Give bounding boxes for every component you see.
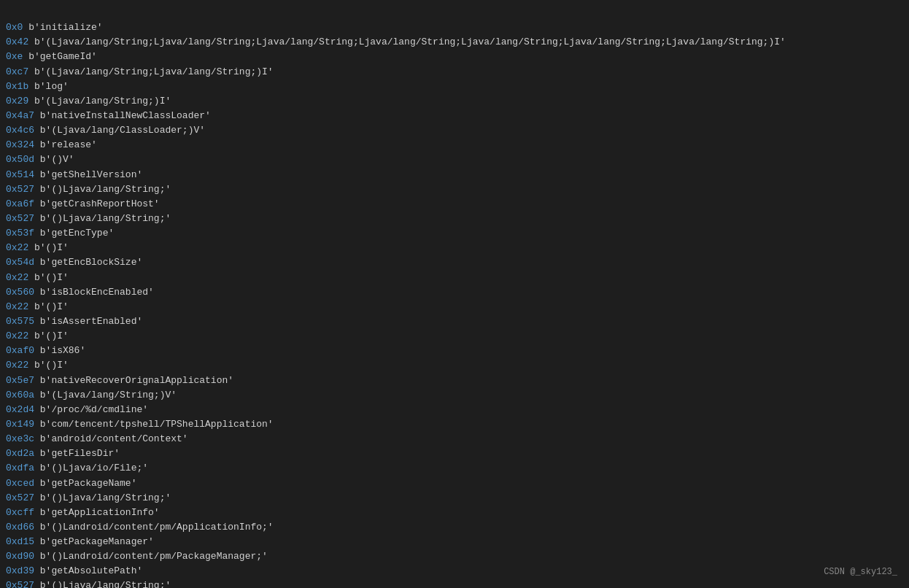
list-item: 0x22 b'()I' [6, 271, 897, 285]
list-item: 0xe b'getGameId' [6, 50, 897, 64]
list-item: 0x22 b'()I' [6, 358, 897, 373]
list-item: 0x527 b'()Ljava/lang/String;' [6, 212, 897, 226]
list-item: 0x514 b'getShellVersion' [6, 168, 897, 182]
list-item: 0x53f b'getEncType' [6, 226, 897, 241]
list-item: 0x527 b'()Ljava/lang/String;' [6, 579, 897, 588]
list-item: 0x50d b'()V' [6, 152, 897, 167]
list-item: 0x527 b'()Ljava/lang/String;' [6, 491, 897, 506]
list-item: 0xd90 b'()Landroid/content/pm/PackageMan… [6, 549, 897, 564]
list-item: 0x575 b'isAssertEnabled' [6, 314, 897, 329]
list-item: 0x22 b'()I' [6, 241, 897, 255]
list-item: 0xced b'getPackageName' [6, 476, 897, 491]
list-item: 0x149 b'com/tencent/tpshell/TPShellAppli… [6, 417, 897, 432]
list-item: 0xd39 b'getAbsolutePath' [6, 564, 897, 579]
list-item: 0xd2a b'getFilesDir' [6, 446, 897, 461]
list-item: 0xd66 b'()Landroid/content/pm/Applicatio… [6, 520, 897, 535]
list-item: 0x1b b'log' [6, 80, 897, 94]
list-item: 0x29 b'(Ljava/lang/String;)I' [6, 94, 897, 109]
list-item: 0x60a b'(Ljava/lang/String;)V' [6, 388, 897, 403]
list-item: 0xcff b'getApplicationInfo' [6, 506, 897, 520]
list-item: 0x5e7 b'nativeRecoverOrignalApplication' [6, 374, 897, 388]
list-item: 0x527 b'()Ljava/lang/String;' [6, 182, 897, 197]
code-block: 0x0 b'initialize'0x42 b'(Ljava/lang/Stri… [0, 0, 909, 588]
list-item: 0x2d4 b'/proc/%d/cmdline' [6, 403, 897, 417]
list-item: 0xe3c b'android/content/Context' [6, 432, 897, 446]
list-item: 0xa6f b'getCrashReportHost' [6, 197, 897, 212]
list-item: 0xaf0 b'isX86' [6, 344, 897, 358]
list-item: 0x0 b'initialize' [6, 20, 897, 35]
list-item: 0x22 b'()I' [6, 329, 897, 344]
list-item: 0x54d b'getEncBlockSize' [6, 255, 897, 270]
list-item: 0x4a7 b'nativeInstallNewClassLoader' [6, 109, 897, 123]
list-item: 0x560 b'isBlockEncEnabled' [6, 285, 897, 300]
list-item: 0x4c6 b'(Ljava/lang/ClassLoader;)V' [6, 123, 897, 138]
list-item: 0xc7 b'(Ljava/lang/String;Ljava/lang/Str… [6, 65, 897, 80]
list-item: 0x324 b'release' [6, 138, 897, 152]
list-item: 0xd15 b'getPackageManager' [6, 535, 897, 549]
list-item: 0x42 b'(Ljava/lang/String;Ljava/lang/Str… [6, 35, 897, 50]
list-item: 0x22 b'()I' [6, 300, 897, 314]
watermark-label: CSDN @_sky123_ [824, 565, 897, 579]
list-item: 0xdfa b'()Ljava/io/File;' [6, 461, 897, 476]
